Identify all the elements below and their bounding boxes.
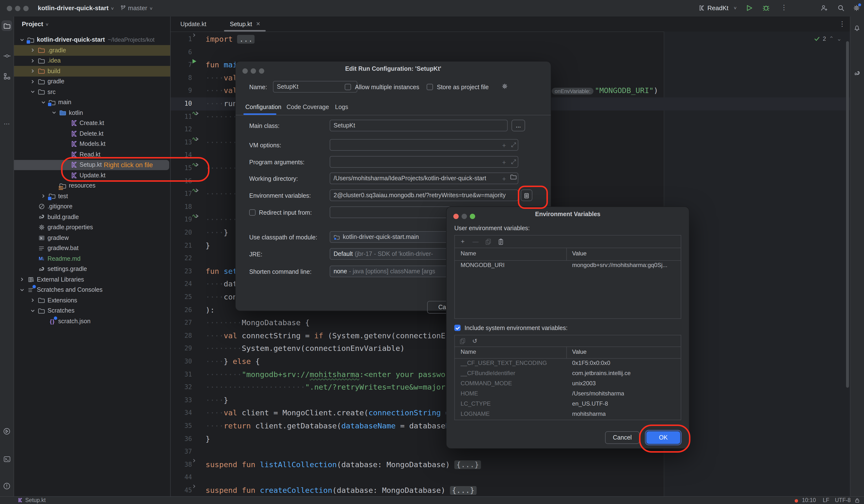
tree-item-gradle-properties[interactable]: gradle.properties [14, 222, 170, 233]
chevron-down-icon[interactable] [41, 100, 48, 105]
suspend-icon[interactable] [192, 136, 206, 142]
redirect-checkbox[interactable] [249, 209, 255, 216]
more-actions-button[interactable]: ⋮ [781, 3, 788, 11]
tree-item-build[interactable]: build [14, 66, 170, 76]
tree-item-src[interactable]: src [14, 87, 170, 97]
fold-icon[interactable] [192, 484, 206, 489]
next-problem-icon[interactable]: ⌄ [837, 35, 842, 42]
tree-item--gradle[interactable]: .gradle [14, 45, 170, 56]
chevron-right-icon[interactable] [31, 48, 37, 52]
debug-button[interactable] [762, 4, 770, 12]
terminal-tool-icon[interactable] [1, 454, 12, 464]
tab-update-kt[interactable]: Update.kt [172, 16, 211, 32]
include-system-checkbox[interactable] [454, 325, 460, 331]
project-selector[interactable]: kotlin-driver-quick-start˅ [38, 4, 114, 12]
suspend-icon[interactable] [192, 110, 206, 116]
tree-item-scratch-json[interactable]: { }scratch.json [14, 316, 170, 327]
copy-icon[interactable] [485, 238, 491, 245]
add-icon[interactable]: ＋ [501, 141, 507, 150]
commit-tool-icon[interactable] [1, 50, 12, 61]
inspections-widget[interactable]: 2 ⌃ ⌄ [814, 35, 842, 42]
folder-icon[interactable] [510, 173, 517, 180]
fold-icon[interactable] [192, 458, 206, 463]
paste-icon[interactable] [498, 238, 504, 245]
lock-icon[interactable] [855, 498, 860, 503]
chevron-right-icon[interactable] [20, 278, 27, 282]
chevron-right-icon[interactable] [41, 194, 48, 198]
tree-item-kotlin[interactable]: kotlin [14, 108, 170, 118]
table-row[interactable]: __CFBundleIdentifiercom.jetbrains.intell… [455, 369, 681, 379]
chevron-down-icon[interactable] [31, 309, 37, 313]
run-button[interactable] [746, 4, 753, 12]
window-close-icon[interactable] [7, 6, 12, 11]
tree-item-delete-kt[interactable]: Delete.kt [14, 128, 170, 139]
tree-item-gradlew-bat[interactable]: gradlew.bat [14, 243, 170, 254]
working-dir-field[interactable]: /Users/mohitsharma/IdeaProjects/kotlin-d… [330, 173, 518, 184]
file-encoding[interactable]: UTF-8 [835, 497, 851, 503]
settings-button[interactable] [853, 4, 860, 12]
close-tab-icon[interactable]: ✕ [256, 21, 260, 27]
allow-multiple-checkbox[interactable] [345, 84, 351, 90]
table-row[interactable]: __CF_USER_TEXT_ENCODING0x1F5:0x0:0x0 [455, 359, 681, 369]
add-icon[interactable]: ＋ [501, 174, 507, 183]
tree-item-extensions[interactable]: Extensions [14, 295, 170, 306]
tree-item-models-kt[interactable]: Models.kt [14, 139, 170, 149]
editor-scrollbar[interactable] [846, 41, 849, 388]
table-row[interactable]: COMMAND_MODEunix2003 [455, 379, 681, 389]
problems-tool-icon[interactable] [1, 481, 12, 491]
tab-code-coverage[interactable]: Code Coverage [287, 104, 329, 110]
more-tools-icon[interactable]: ⋯ [1, 118, 12, 129]
tab-configuration[interactable]: Configuration [245, 104, 281, 110]
program-args-field[interactable] [330, 156, 518, 168]
expand-icon[interactable]: ⤢ [511, 141, 516, 149]
chevron-down-icon[interactable] [52, 111, 59, 115]
window-zoom-icon[interactable] [23, 6, 28, 11]
tree-item-readme-md[interactable]: M↓Readme.md [14, 254, 170, 264]
tree-item-scratches-and-consoles[interactable]: Scratches and Consoles [14, 285, 170, 295]
editor-options-icon[interactable]: ⋮ [839, 20, 845, 28]
vm-options-field[interactable] [330, 139, 518, 151]
remove-icon[interactable]: — [472, 238, 479, 245]
tree-item--gitignore[interactable]: .gitignore [14, 201, 170, 212]
tree-item-resources[interactable]: resources [14, 181, 170, 191]
project-panel-header[interactable]: Project˅ [22, 20, 48, 28]
fold-icon[interactable] [192, 33, 206, 37]
user-env-table[interactable]: ＋ — Name Value MONGODB_URImongodb+srv://… [454, 235, 681, 319]
suspend-icon[interactable] [192, 213, 206, 219]
code-line-45[interactable]: 45suspend fun createCollection(database:… [171, 484, 850, 497]
tree-item-settings-gradle[interactable]: settings.gradle [14, 264, 170, 274]
run-icon[interactable] [192, 59, 206, 64]
search-everywhere-button[interactable] [837, 4, 844, 12]
tree-item--idea[interactable]: .idea [14, 56, 170, 66]
gear-icon[interactable] [501, 83, 508, 90]
notifications-icon[interactable] [851, 22, 862, 33]
cancel-button[interactable]: Cancel [605, 431, 639, 444]
chevron-right-icon[interactable] [31, 59, 37, 63]
code-with-me-button[interactable] [820, 4, 828, 12]
table-row[interactable]: OLDPWD/ [455, 420, 681, 420]
run-tool-icon[interactable] [1, 426, 12, 437]
code-line-38[interactable]: 38suspend fun listAllCollection(database… [171, 458, 850, 471]
tree-item-main[interactable]: main [14, 97, 170, 108]
table-row[interactable]: HOME/Users/mohitsharma [455, 389, 681, 399]
code-line-1[interactable]: 1import ... [171, 33, 850, 46]
caret-position[interactable]: 10:10 [802, 497, 816, 503]
tree-item-scratches[interactable]: Scratches [14, 306, 170, 316]
main-class-field[interactable]: SetupKt [330, 120, 508, 131]
revert-icon[interactable]: ↺ [472, 337, 477, 345]
tree-item-test[interactable]: test [14, 191, 170, 201]
suspend-icon[interactable] [192, 187, 206, 193]
project-tool-icon[interactable] [1, 20, 12, 31]
system-env-table[interactable]: ↺ Name Value __CF_USER_TEXT_ENCODING0x1F… [454, 335, 681, 420]
prev-problem-icon[interactable]: ⌃ [829, 35, 834, 42]
expand-icon[interactable]: ⤢ [511, 158, 516, 166]
chevron-right-icon[interactable] [31, 69, 37, 73]
store-as-checkbox[interactable] [427, 84, 433, 90]
browse-main-class-button[interactable]: ... [512, 120, 525, 131]
table-row[interactable]: LOGNAMEmohitsharma [455, 409, 681, 420]
code-line-44[interactable]: 44 [171, 471, 850, 484]
tree-item-gradlew[interactable]: gradlew [14, 233, 170, 243]
table-row[interactable]: MONGODB_URImongodb+srv://mohitsharma:gq0… [455, 261, 681, 272]
tree-item-create-kt[interactable]: Create.kt [14, 118, 170, 128]
chevron-down-icon[interactable] [31, 90, 37, 94]
